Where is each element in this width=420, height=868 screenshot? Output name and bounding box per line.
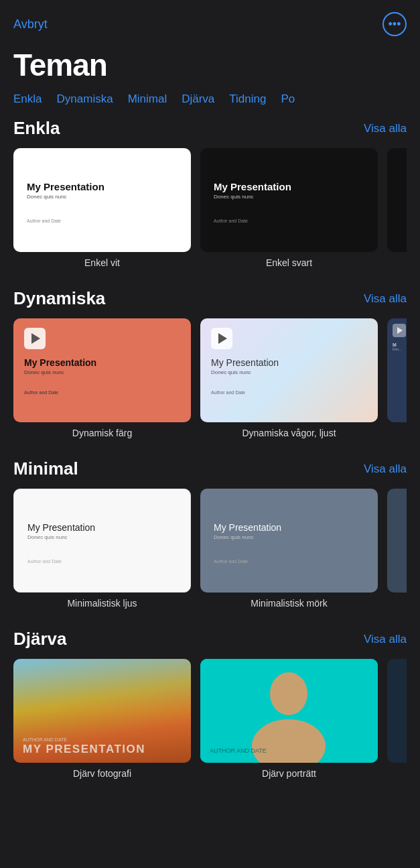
presentation-author: Author and Date [211, 390, 367, 395]
presentation-subtitle: Donec quis nunc [214, 194, 364, 200]
template-thumb-dynamisk-farg: My Presentation Donec quis nunc Author a… [13, 318, 191, 422]
section-enkla: Enkla Visa alla My Presentation Donec qu… [0, 118, 420, 288]
play-triangle [31, 333, 40, 344]
presentation-title: My Presentation [27, 522, 177, 533]
see-all-minimal[interactable]: Visa alla [364, 462, 407, 476]
section-title-enkla: Enkla [13, 118, 60, 139]
template-label-dynamisk-vagor: Dynamiska vågor, ljust [242, 428, 336, 438]
see-all-dynamiska[interactable]: Visa alla [364, 292, 407, 306]
play-icon [211, 328, 232, 349]
more-icon: ••• [389, 17, 401, 32]
presentation-author: Author and Date [214, 559, 364, 564]
filter-tab-djärva[interactable]: Djärva [182, 92, 214, 106]
template-card-dynamisk-vagor[interactable]: My Presentation Donec quis nunc Author a… [200, 318, 378, 438]
templates-row-djärva: AUTHOR AND DATE MY PRESENTATION Djärv fo… [13, 659, 407, 779]
template-thumb-partial [387, 148, 407, 252]
section-title-djärva: Djärva [13, 629, 67, 649]
template-thumb-enkel-vit: My Presentation Donec quis nunc Author a… [13, 148, 191, 252]
section-header-dynamiska: Dynamiska Visa alla [13, 288, 407, 309]
template-thumb-djärva-2: AUTHOR AND DATE [200, 659, 378, 763]
filter-tab-dynamiska[interactable]: Dynamiska [57, 92, 113, 106]
presentation-title: My Presentation [214, 181, 364, 192]
template-thumb-partial-djärva [387, 659, 407, 763]
template-label-djärva-1: Djärv fotografi [73, 768, 131, 779]
section-header-djärva: Djärva Visa alla [13, 629, 407, 649]
presentation-title: My Presentation [24, 357, 180, 368]
template-label-enkel-svart: Enkel svart [266, 257, 312, 268]
template-thumb-minimal-ljus: My Presentation Donec quis nunc Author a… [13, 489, 191, 593]
presentation-title: My Presentation [211, 357, 367, 368]
filter-tab-minimal[interactable]: Minimal [128, 92, 167, 106]
section-title-dynamiska: Dynamiska [13, 288, 105, 309]
filter-tab-enkla[interactable]: Enkla [13, 92, 42, 106]
template-card-enkel-svart[interactable]: My Presentation Donec quis nunc Author a… [200, 148, 378, 268]
template-thumb-djärva-1: AUTHOR AND DATE MY PRESENTATION [13, 659, 191, 763]
templates-row-dynamiska: My Presentation Donec quis nunc Author a… [13, 318, 407, 438]
presentation-title: My Presentation [27, 181, 178, 192]
template-card-partial-3 [387, 148, 407, 268]
see-all-djärva[interactable]: Visa alla [364, 633, 407, 646]
template-card-dynamisk-farg[interactable]: My Presentation Donec quis nunc Author a… [13, 318, 191, 438]
templates-row-minimal: My Presentation Donec quis nunc Author a… [13, 489, 407, 609]
play-triangle [218, 333, 227, 344]
presentation-author: Author and Date [24, 390, 180, 395]
template-label-enkel-vit: Enkel vit [84, 257, 120, 268]
template-card-partial-djärva [387, 659, 407, 779]
template-card-minimal-ljus[interactable]: My Presentation Donec quis nunc Author a… [13, 489, 191, 609]
template-label-dynamisk-farg: Dynamisk färg [72, 428, 132, 438]
presentation-title: My Presentation [214, 522, 364, 533]
template-label-minimal-ljus: Minimalistisk ljus [67, 598, 137, 609]
template-thumb-enkel-svart: My Presentation Donec quis nunc Author a… [200, 148, 378, 252]
filter-tab-po[interactable]: Po [281, 92, 295, 106]
template-card-djärva-1[interactable]: AUTHOR AND DATE MY PRESENTATION Djärv fo… [13, 659, 191, 779]
presentation-subtitle: Donec quis nunc [27, 534, 177, 540]
presentation-author: Author and Date [27, 559, 177, 564]
presentation-author: Author and Date [214, 219, 364, 223]
presentation-subtitle: Donec quis nunc [211, 369, 367, 375]
header: Avbryt ••• [0, 0, 420, 42]
section-dynamiska: Dynamiska Visa alla My Presentation Done… [0, 288, 420, 458]
svg-point-1 [270, 672, 307, 715]
template-card-enkel-vit[interactable]: My Presentation Donec quis nunc Author a… [13, 148, 191, 268]
play-icon [24, 328, 46, 349]
section-title-minimal: Minimal [13, 458, 78, 479]
templates-row-enkla: My Presentation Donec quis nunc Author a… [13, 148, 407, 268]
filter-tab-tidning[interactable]: Tidning [229, 92, 266, 106]
portrait-svg: AUTHOR AND DATE [200, 659, 378, 763]
section-header-enkla: Enkla Visa alla [13, 118, 407, 139]
presentation-author: Author and Date [27, 219, 178, 223]
presentation-subtitle: Donec quis nunc [24, 369, 180, 375]
more-options-button[interactable]: ••• [382, 12, 407, 36]
template-thumb-partial-dynamisk: M Don... [387, 318, 407, 422]
section-minimal: Minimal Visa alla My Presentation Donec … [0, 458, 420, 629]
template-card-partial-dynamisk: M Don... [387, 318, 407, 438]
template-thumb-minimal-mork: My Presentation Donec quis nunc Author a… [200, 489, 378, 593]
svg-text:AUTHOR AND DATE: AUTHOR AND DATE [210, 747, 267, 754]
page-title: Teman [0, 42, 420, 92]
filter-tabs: Enkla Dynamiska Minimal Djärva Tidning P… [0, 92, 420, 118]
template-thumb-dynamisk-vagor: My Presentation Donec quis nunc Author a… [200, 318, 378, 422]
cancel-button[interactable]: Avbryt [13, 17, 48, 32]
template-card-partial-minimal [387, 489, 407, 609]
template-label-djärva-2: Djärv porträtt [262, 768, 316, 779]
template-thumb-partial-minimal [387, 489, 407, 593]
section-djärva: Djärva Visa alla AUTHOR AND DATE MY PRES… [0, 629, 420, 799]
presentation-subtitle: Donec quis nunc [214, 534, 364, 540]
template-card-minimal-mork[interactable]: My Presentation Donec quis nunc Author a… [200, 489, 378, 609]
template-card-djärva-2[interactable]: AUTHOR AND DATE Djärv porträtt [200, 659, 378, 779]
section-header-minimal: Minimal Visa alla [13, 458, 407, 479]
presentation-subtitle: Donec quis nunc [27, 194, 178, 200]
see-all-enkla[interactable]: Visa alla [364, 122, 407, 135]
template-label-minimal-mork: Minimalistisk mörk [251, 598, 327, 609]
